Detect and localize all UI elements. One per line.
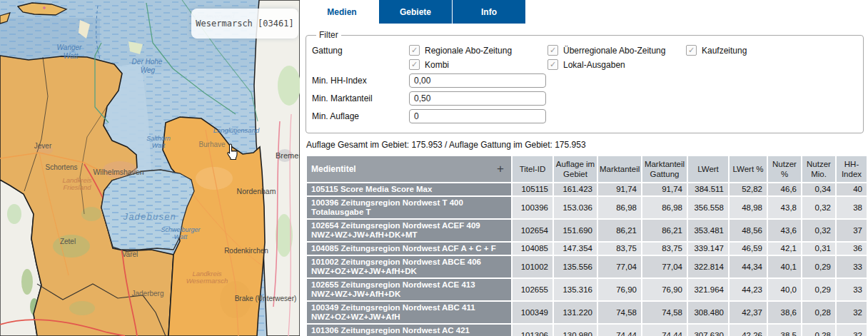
medientitel-cell[interactable]: 105115 Score Media Score Max [307,183,511,195]
cell-lwert-pct: 48,56 [730,220,767,241]
tab-medien[interactable]: Medien [306,0,378,24]
expand-columns-button[interactable]: + [497,164,504,174]
place-label: Zetel [60,238,76,245]
cell-titel-id: 105115 [513,183,552,195]
medientitel-cell[interactable]: 102655 Zeitungsregion Nordwest ACE 413NW… [307,279,511,300]
medientitel-cell[interactable]: 100349 Zeitungsregion Nordwest ABC 411NW… [307,302,511,323]
gattung-label: Gattung [312,46,409,56]
column-header-nutzer-mio[interactable]: Nutzer Mio. [802,156,835,182]
place-label: Wilhelmshaven [93,168,143,176]
min-hh-index-label: Min. HH-Index [312,76,409,86]
checkbox-regionale-abo-zeitung[interactable]: ✓ [409,45,420,56]
cell-nutzer-mio: 0,32 [802,220,835,241]
min-auflage-input[interactable] [409,109,546,123]
cell-nutzer-pct: 46,6 [768,183,801,195]
table-header-row: + Medientitel Titel-ID Auflage im Gebiet… [307,156,867,182]
checkbox-kombi[interactable]: ✓ [409,59,420,70]
cell-hh-index: 33 [837,256,867,278]
cell-nutzer-pct: 38,6 [768,302,801,323]
column-header-titel-id[interactable]: Titel-ID [513,156,552,182]
cell-lwert-pct: 48,98 [730,197,767,218]
cell-nutzer-mio: 0,34 [802,183,835,195]
cell-nutzer-mio: 0,28 [802,325,835,336]
marktanteil-row: Min. Marktanteil [312,91,857,106]
water-label: Weg [141,66,156,74]
map-panel[interactable]: Nordeversand Wanger Watt Der Hohe Weg La… [0,0,300,336]
medientitel-cell[interactable]: 104085 Zeitungsregion Nordwest ACF A + C… [307,243,511,255]
cell-marktanteil: 77,04 [598,256,641,278]
cell-lwert: 356.558 [688,197,728,218]
medientitel-cell[interactable]: 102654 Zeitungsregion Nordwest ACEF 409N… [307,220,511,241]
cell-lwert-pct: 44,34 [730,256,767,278]
cell-nutzer-mio: 0,31 [802,243,835,255]
cell-marktanteil-gattung: 76,90 [642,279,687,300]
column-header-marktanteil-gattung[interactable]: Marktanteil Gattung [642,156,687,182]
place-label: Jever [34,142,52,150]
cell-titel-id: 102654 [513,220,552,241]
table-row[interactable]: 102655 Zeitungsregion Nordwest ACE 413NW… [307,279,867,300]
medientitel-cell[interactable]: 101002 Zeitungsregion Nordwest ABCE 406N… [307,256,511,278]
cell-lwert: 339.147 [688,243,728,255]
water-label: Schweiburger [161,226,201,233]
table-row[interactable]: 100396 Zeitungsregion Nordwest T 400 Tot… [307,197,867,218]
column-header-lwert-pct[interactable]: LWert % [730,156,767,182]
medientitel-cell[interactable]: 101306 Zeitungsregion Nordwest AC 421NWZ… [307,325,511,336]
cell-nutzer-pct: 42,1 [768,243,801,255]
cell-marktanteil-gattung: 86,98 [642,197,687,218]
checkbox-label: Überregionale Abo-Zeitung [563,46,665,56]
filter-legend: Filter [316,30,341,40]
column-header-auflage-im-gebiet[interactable]: Auflage im Gebiet [554,156,597,182]
column-header-medientitel[interactable]: + Medientitel [307,156,511,182]
place-label: Nordenham [237,187,276,195]
gattung-row-1: Gattung ✓ Regionale Abo-Zeitung ✓ Überre… [312,45,857,56]
cell-hh-index: 37 [837,220,867,241]
forest-patch [69,301,95,315]
cell-lwert-pct: 42,26 [730,325,767,336]
column-header-lwert[interactable]: LWert [688,156,728,182]
min-marktanteil-input[interactable] [409,91,546,106]
table-row[interactable]: 105115 Score Media Score Max105115161.42… [307,183,867,195]
column-header-hh-index[interactable]: HH-Index [837,156,867,182]
column-header-marktanteil[interactable]: Marktanteil [598,156,641,182]
checkbox-label: Kombi [425,60,449,70]
table-row[interactable]: 104085 Zeitungsregion Nordwest ACF A + C… [307,243,867,255]
tab-label: Medien [327,7,356,17]
cell-hh-index: 38 [837,197,867,218]
checkbox-ueberregionale-abo-zeitung[interactable]: ✓ [547,45,558,56]
cell-lwert-pct: 42,37 [730,302,767,323]
cell-nutzer-pct: 38,5 [768,325,801,336]
cell-auflage-im-gebiet: 151.690 [554,220,597,241]
cell-titel-id: 100396 [513,197,552,218]
checkbox-lokal-ausgaben[interactable]: ✓ [547,59,558,70]
min-hh-index-input[interactable] [409,73,546,88]
tab-gebiete[interactable]: Gebiete [379,0,452,24]
table-row[interactable]: 102654 Zeitungsregion Nordwest ACEF 409N… [307,220,867,241]
cell-auflage-im-gebiet: 153.036 [554,197,597,218]
column-header-nutzer-pct[interactable]: Nutzer % [768,156,801,182]
tab-label: Info [481,7,497,17]
cell-marktanteil-gattung: 74,58 [642,302,687,323]
tab-bar: Medien Gebiete Info [306,0,868,24]
cell-marktanteil-gattung: 83,75 [642,243,687,255]
checkbox-kaufzeitung[interactable]: ✓ [686,45,697,56]
cell-lwert-pct: 44,23 [730,279,767,300]
medientitel-cell[interactable]: 100396 Zeitungsregion Nordwest T 400 Tot… [307,197,511,218]
map-canvas[interactable]: Nordeversand Wanger Watt Der Hohe Weg La… [0,0,300,336]
tab-info[interactable]: Info [453,0,525,24]
cell-titel-id: 102655 [513,279,552,300]
place-label: Bremerhaven [276,151,300,160]
place-label: Jaderberg [131,290,163,297]
cell-hh-index: 32 [837,302,867,323]
checkbox-label: Kaufzeitung [702,46,747,56]
water-label: Salthörn [146,135,171,142]
column-header-label: Medientitel [311,164,356,174]
cell-marktanteil: 86,98 [598,197,641,218]
gattung-row-2: ✓ Kombi ✓ Lokal-Ausgaben [312,59,857,70]
min-auflage-label: Min. Auflage [312,111,409,121]
auflage-summary: Auflage Gesamt im Gebiet: 175.953 / Aufl… [306,140,868,150]
table-row[interactable]: 101306 Zeitungsregion Nordwest AC 421NWZ… [307,325,867,336]
table-row[interactable]: 101002 Zeitungsregion Nordwest ABCE 406N… [307,256,867,278]
cell-auflage-im-gebiet: 135.316 [554,279,597,300]
west-land-greenery [21,269,33,295]
table-row[interactable]: 100349 Zeitungsregion Nordwest ABC 411NW… [307,302,867,323]
